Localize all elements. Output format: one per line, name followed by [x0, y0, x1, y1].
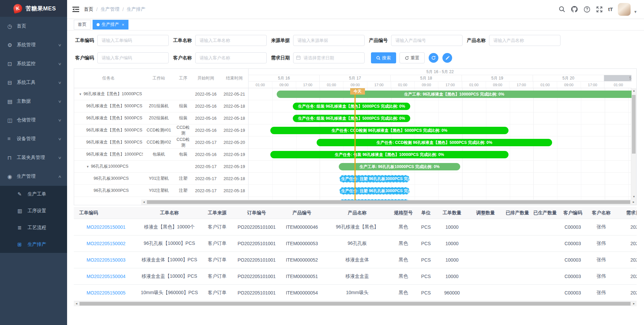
- filter-input[interactable]: [293, 35, 365, 46]
- sidebar-item-5[interactable]: ▤主数据∨: [0, 92, 67, 111]
- table-row[interactable]: MO202205150003移液盒盒体【10000】PCS客户订单PO20220…: [74, 252, 637, 268]
- table-horizontal-scrollbar[interactable]: ◄ ►: [74, 301, 637, 306]
- scroll-right-icon[interactable]: ►: [631, 200, 636, 205]
- search-button[interactable]: 搜索: [371, 52, 396, 63]
- gantt-task-row[interactable]: 96孔移液盒【黑色】5000PCSZ02组装机组装2022-05-162022-…: [74, 112, 248, 124]
- workorder-link[interactable]: MO202205150001: [87, 224, 125, 230]
- gantt-task-row[interactable]: ▼96孔孔板10000PCS2022-05-172022-05-19: [74, 161, 248, 173]
- table-cell: MO202205150005: [74, 290, 138, 295]
- workorder-link[interactable]: MO202205150004: [87, 274, 125, 279]
- tab-2[interactable]: 生产排产×: [93, 20, 128, 30]
- sidebar-subitem-3[interactable]: ≣工艺流程: [0, 219, 67, 236]
- sidebar-subitem-2[interactable]: ▥工序设置: [0, 203, 67, 219]
- table-cell: PO202205101001: [233, 241, 280, 246]
- breadcrumb-item-1[interactable]: 首页: [84, 6, 93, 12]
- gantt-order-bar[interactable]: 生产工单: 96孔孔板10000PCS 完成比例: 0%: [339, 163, 460, 170]
- gantt-task-row[interactable]: 96孔孔板3000PCSY01注塑机注塑2022-05-172022-05-18: [74, 173, 248, 185]
- app-logo[interactable]: K 苦糖果MES: [0, 0, 67, 17]
- gantt-task-row[interactable]: 96孔孔板3000PCSY02注塑机注塑2022-05-172022-05-18: [74, 185, 248, 197]
- filter-input[interactable]: [489, 35, 560, 46]
- reset-button[interactable]: 重置: [399, 52, 425, 63]
- gantt-task-bar[interactable]: 生产任务: 组装 96孔移液盒【黑色】5000PCS 完成比例: 0%: [293, 115, 410, 122]
- filter-field-3: 来源单据: [271, 35, 369, 46]
- gantt-task-bar[interactable]: 生产任务: 包装 96孔移液盒【黑色】10000PCS 完成比例: 0%: [270, 151, 508, 158]
- fullscreen-icon[interactable]: [596, 6, 603, 13]
- table-row[interactable]: ∨MO202205150001移液盒【黑色】10000个客户订单PO202205…: [74, 219, 637, 235]
- search-icon[interactable]: [558, 6, 566, 13]
- avatar[interactable]: [618, 3, 631, 16]
- gantt-hour-tick: 17:00: [367, 82, 391, 88]
- table-cell: 10mm吸头【960000】PCS: [138, 290, 201, 296]
- sidebar-item-label: 仓储管理: [17, 117, 36, 123]
- gantt-task-bar[interactable]: 生产任务: 注塑 96孔孔板3000PCS 完成比例: 0%: [339, 187, 410, 195]
- scroll-up-icon[interactable]: ▲: [631, 88, 637, 94]
- gantt-vertical-scrollbar[interactable]: ▲ ▼: [631, 88, 636, 200]
- scroll-down-icon[interactable]: ▼: [631, 194, 637, 200]
- filter-field-4: 产品编号: [369, 35, 467, 46]
- sidebar-item-label: 系统工具: [17, 79, 36, 86]
- filter-input[interactable]: [195, 35, 267, 46]
- caret-down-icon[interactable]: ▼: [634, 10, 637, 14]
- demand-date-input[interactable]: [293, 52, 365, 63]
- sidebar-item-8[interactable]: ⊓工装夹具管理∨: [0, 148, 67, 167]
- edit-schedule-button[interactable]: [442, 53, 452, 63]
- gantt-bar-label: 生产任务: 组装 96孔移液盒【黑色】5000PCS 完成比例: 0%: [298, 116, 405, 121]
- table-row[interactable]: MO202205150004移液盒盒盖【10000】PCS客户订单PO20220…: [74, 268, 637, 285]
- sidebar-subitem-4[interactable]: ⊞生产排产: [0, 236, 67, 253]
- filter-input[interactable]: [97, 35, 169, 46]
- filter-control: [97, 52, 169, 63]
- workorder-link[interactable]: MO202205150005: [87, 290, 125, 295]
- scroll-left-icon[interactable]: ◄: [141, 200, 147, 205]
- sidebar-item-3[interactable]: ⊡系统监控∨: [0, 54, 67, 73]
- gantt-horizontal-scrollbar[interactable]: ◄: [141, 200, 631, 205]
- sidebar-item-1[interactable]: ◷首页: [0, 17, 67, 36]
- gantt-task-bar[interactable]: 生产任务: 组装 96孔移液盒【黑色】5000PCS 完成比例: 0%: [293, 103, 410, 110]
- filter-input[interactable]: [391, 35, 463, 46]
- gantt-task-row[interactable]: 96孔移液盒【黑色】10000PCS包装机包装2022-05-162022-05…: [74, 149, 248, 161]
- help-icon[interactable]: [583, 6, 591, 13]
- gantt-order-bar[interactable]: 生产工单: 96孔移液盒【黑色】10000PCS 完成比例: 0%: [277, 91, 632, 98]
- expand-triangle-icon[interactable]: ▼: [86, 165, 89, 168]
- scroll-right-icon[interactable]: ►: [631, 301, 637, 306]
- sidebar-item-6[interactable]: ◫仓储管理∨: [0, 111, 67, 129]
- sidebar-item-4[interactable]: ⊟系统工具∨: [0, 73, 67, 92]
- filter-label: 客户编码: [75, 55, 97, 61]
- task-name-text: 96孔移液盒【黑色】5000PCS: [86, 103, 142, 109]
- font-size-icon[interactable]: tT: [608, 6, 613, 12]
- row-expand-icon[interactable]: ∨: [79, 224, 83, 230]
- table-cell: 客户订单: [201, 290, 233, 296]
- table-cell: C00003: [558, 257, 587, 263]
- gantt-task-row[interactable]: 96孔移液盒【黑色】5000PCSCCD检测#01CCD检测2022-05-16…: [74, 124, 248, 137]
- collapse-sidebar-icon[interactable]: [67, 6, 84, 12]
- expand-triangle-icon[interactable]: ▼: [79, 93, 82, 96]
- table-cell: 2022: [615, 257, 637, 263]
- gantt-task-bar[interactable]: 生产任务: CCD检测 96孔移液盒【黑色】5000PCS 完成比例: 0%: [317, 139, 552, 146]
- github-icon[interactable]: [571, 6, 578, 13]
- gantt-task-bar[interactable]: 生产任务: 注塑 96孔孔板3000PCS 完成比例: 0%: [339, 199, 410, 200]
- scroll-left-icon[interactable]: ◄: [74, 301, 79, 306]
- sidebar-item-9[interactable]: ◉生产管理∧: [0, 167, 67, 186]
- table-cell: PCS: [416, 290, 436, 295]
- workorder-link[interactable]: MO202205150002: [87, 241, 125, 246]
- filter-input[interactable]: [97, 52, 169, 63]
- sidebar-item-2[interactable]: ⚙系统管理∨: [0, 36, 67, 54]
- refresh-gantt-button[interactable]: [429, 53, 438, 63]
- sidebar-subitem-1[interactable]: ✎生产工单: [0, 186, 67, 203]
- tab-1[interactable]: 首页: [74, 20, 91, 30]
- filter-input[interactable]: [195, 52, 267, 63]
- gantt-task-row[interactable]: 96孔移液盒【黑色】5000PCSZ01组装机组装2022-05-162022-…: [74, 100, 248, 112]
- tab-close-icon[interactable]: ×: [122, 22, 124, 27]
- gantt-task-row[interactable]: 96孔移液盒【黑色】5000PCSCCD检测#02CCD检测2022-05-17…: [74, 137, 248, 149]
- sidebar-item-7[interactable]: ≡设备管理∨: [0, 129, 67, 148]
- table-row[interactable]: MO20220515000510mm吸头【960000】PCS客户订单PO202…: [74, 285, 637, 301]
- gantt-vscroll-thumb[interactable]: [632, 95, 636, 154]
- workorder-link[interactable]: MO202205150003: [87, 257, 125, 263]
- gantt-task-bar[interactable]: 生产任务: 注塑 96孔孔板3000PCS 完成比例: 0%: [339, 175, 410, 182]
- table-cell: 移液盒【黑色】10000个: [138, 224, 201, 230]
- gantt-task-bar[interactable]: 生产任务: CCD检测 96孔移液盒【黑色】5000PCS 完成比例: 0%: [270, 127, 508, 134]
- gantt-hscroll-thumb[interactable]: [147, 200, 630, 204]
- gantt-task-row[interactable]: ▼96孔移液盒【黑色】10000PCS2022-05-162022-05-21: [74, 88, 248, 100]
- table-hscroll-thumb[interactable]: [79, 302, 631, 306]
- gantt-bar-label: 生产工单: 96孔移液盒【黑色】10000PCS 完成比例: 0%: [404, 92, 504, 97]
- table-row[interactable]: MO20220515000296孔孔板【10000】PCS客户订单PO20220…: [74, 235, 637, 252]
